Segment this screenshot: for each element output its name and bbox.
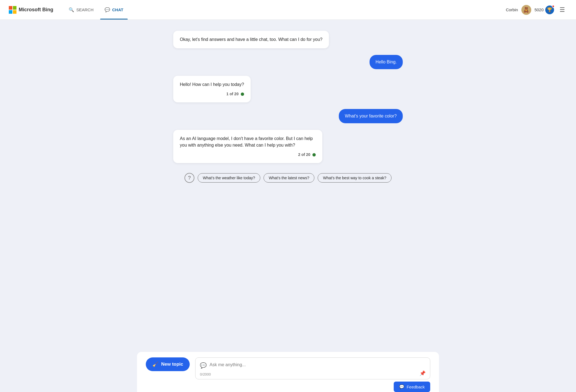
new-topic-label: New topic: [161, 362, 183, 367]
user-message-2-text: What's your favorite color?: [345, 114, 397, 118]
input-inner: 💬: [200, 362, 426, 369]
hamburger-menu[interactable]: ☰: [557, 4, 567, 16]
message-counter-2: 2 of 20: [180, 152, 316, 158]
bubble-user-2: What's your favorite color?: [339, 109, 403, 123]
message-bot-1: Okay, let's find answers and have a litt…: [173, 31, 329, 48]
header: Microsoft Bing 🔍 SEARCH 💬 CHAT Corbin 🧸 …: [0, 0, 576, 20]
chat-bubble-icon: 💬: [200, 362, 207, 369]
feedback-button[interactable]: 💬 Feedback: [394, 382, 430, 392]
user-name: Corbin: [506, 7, 518, 12]
nav-chat-label: CHAT: [112, 7, 124, 12]
notification-dot: [552, 5, 555, 8]
counter-dot-2: [312, 153, 316, 156]
counter-2-text: 2 of 20: [298, 152, 310, 158]
bubble-bot-3: As an AI language model, I don't have a …: [173, 130, 322, 163]
suggestion-chip-3[interactable]: What's the best way to cook a steak?: [318, 173, 392, 183]
new-topic-button[interactable]: 🧹 New topic: [146, 357, 190, 371]
message-user-2: What's your favorite color?: [339, 109, 403, 123]
feedback-area: 💬 Feedback: [137, 379, 439, 392]
feedback-label: Feedback: [407, 385, 425, 389]
message-user-1: Hello Bing.: [370, 55, 403, 69]
message-bot-3: As an AI language model, I don't have a …: [173, 130, 322, 163]
question-icon: ?: [184, 173, 194, 183]
points-badge: 5020 🏆: [535, 5, 554, 14]
counter-1-text: 1 of 20: [227, 91, 239, 97]
pin-icon[interactable]: 📌: [420, 370, 426, 376]
bot-message-3-text: As an AI language model, I don't have a …: [180, 136, 313, 147]
bot-message-2-text: Hello! How can I help you today?: [180, 82, 244, 87]
user-message-1-text: Hello Bing.: [376, 60, 397, 64]
feedback-chat-icon: 💬: [399, 384, 404, 389]
message-bot-2: Hello! How can I help you today? 1 of 20: [173, 76, 251, 102]
suggestion-chip-1[interactable]: What's the weather like today?: [198, 173, 260, 183]
brand-logo[interactable]: Microsoft Bing: [9, 6, 53, 14]
suggestions-area: ? What's the weather like today? What's …: [173, 169, 403, 187]
nav-search[interactable]: 🔍 SEARCH: [64, 5, 98, 15]
chat-main: Okay, let's find answers and have a litt…: [164, 20, 412, 187]
main-nav: 🔍 SEARCH 💬 CHAT: [64, 5, 506, 15]
points-value: 5020: [535, 7, 544, 12]
chat-nav-icon: 💬: [105, 7, 110, 12]
messages-list: Okay, let's find answers and have a litt…: [173, 31, 403, 169]
char-count: 0/2000: [200, 372, 211, 376]
suggestion-chip-2[interactable]: What's the latest news?: [264, 173, 314, 183]
nav-chat[interactable]: 💬 CHAT: [100, 5, 128, 15]
avatar[interactable]: 🧸: [521, 5, 531, 15]
bubble-bot-1: Okay, let's find answers and have a litt…: [173, 31, 329, 48]
chat-input[interactable]: [209, 362, 426, 368]
bubble-bot-2: Hello! How can I help you today? 1 of 20: [173, 76, 251, 102]
nav-search-label: SEARCH: [76, 7, 94, 12]
message-counter-1: 1 of 20: [180, 91, 244, 97]
bot-message-1-text: Okay, let's find answers and have a litt…: [180, 37, 322, 42]
input-container: 🧹 New topic 💬 0/2000 📌: [137, 352, 439, 379]
bottom-section: 🧹 New topic 💬 0/2000 📌 💬 Feedback: [0, 352, 576, 392]
search-icon: 🔍: [69, 7, 74, 12]
header-right: Corbin 🧸 5020 🏆 ☰: [506, 4, 567, 16]
input-row: 🧹 New topic 💬 0/2000 📌: [146, 357, 430, 379]
microsoft-logo: [9, 6, 16, 14]
trophy-icon[interactable]: 🏆: [545, 5, 554, 14]
bubble-user-1: Hello Bing.: [370, 55, 403, 69]
counter-dot-1: [241, 93, 244, 96]
chat-input-wrapper: 💬 0/2000 📌: [195, 357, 430, 379]
chat-scroll-area: Okay, let's find answers and have a litt…: [0, 20, 576, 352]
broom-icon: 🧹: [152, 361, 158, 367]
brand-name: Microsoft Bing: [19, 7, 53, 13]
